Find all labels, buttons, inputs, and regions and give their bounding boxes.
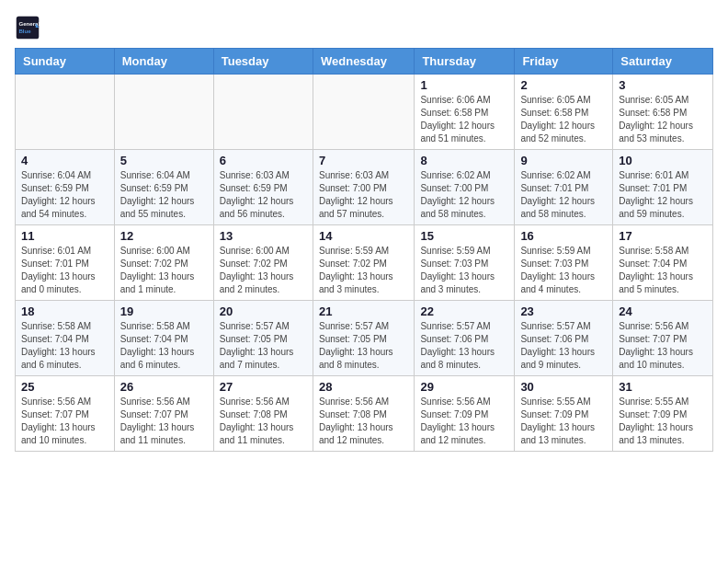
calendar-cell: 22Sunrise: 5:57 AM Sunset: 7:06 PM Dayli… bbox=[415, 301, 515, 376]
weekday-header-saturday: Saturday bbox=[613, 49, 713, 75]
day-info: Sunrise: 6:01 AM Sunset: 7:01 PM Dayligh… bbox=[21, 245, 108, 296]
calendar-cell: 31Sunrise: 5:55 AM Sunset: 7:09 PM Dayli… bbox=[613, 376, 713, 452]
day-info: Sunrise: 5:57 AM Sunset: 7:05 PM Dayligh… bbox=[319, 320, 408, 372]
day-number: 25 bbox=[21, 380, 108, 394]
calendar-header-row: SundayMondayTuesdayWednesdayThursdayFrid… bbox=[16, 49, 713, 75]
day-number: 21 bbox=[319, 304, 408, 318]
calendar-cell bbox=[16, 75, 115, 150]
calendar-cell: 29Sunrise: 5:56 AM Sunset: 7:09 PM Dayli… bbox=[415, 376, 515, 452]
calendar-cell: 26Sunrise: 5:56 AM Sunset: 7:07 PM Dayli… bbox=[114, 376, 213, 452]
day-number: 22 bbox=[420, 304, 508, 318]
day-info: Sunrise: 5:59 AM Sunset: 7:03 PM Dayligh… bbox=[420, 245, 508, 296]
day-info: Sunrise: 6:02 AM Sunset: 7:00 PM Dayligh… bbox=[420, 169, 508, 221]
weekday-header-monday: Monday bbox=[114, 49, 213, 75]
day-number: 28 bbox=[319, 380, 408, 394]
calendar-cell: 12Sunrise: 6:00 AM Sunset: 7:02 PM Dayli… bbox=[114, 225, 213, 301]
calendar-cell: 13Sunrise: 6:00 AM Sunset: 7:02 PM Dayli… bbox=[213, 225, 313, 301]
calendar-cell: 17Sunrise: 5:58 AM Sunset: 7:04 PM Dayli… bbox=[613, 225, 713, 301]
calendar-cell: 20Sunrise: 5:57 AM Sunset: 7:05 PM Dayli… bbox=[213, 301, 313, 376]
weekday-header-tuesday: Tuesday bbox=[213, 49, 313, 75]
day-info: Sunrise: 5:58 AM Sunset: 7:04 PM Dayligh… bbox=[21, 320, 108, 372]
day-info: Sunrise: 5:57 AM Sunset: 7:06 PM Dayligh… bbox=[420, 320, 508, 372]
day-info: Sunrise: 5:55 AM Sunset: 7:09 PM Dayligh… bbox=[619, 396, 707, 447]
day-number: 12 bbox=[120, 229, 208, 243]
calendar-cell bbox=[213, 75, 313, 150]
day-info: Sunrise: 5:59 AM Sunset: 7:02 PM Dayligh… bbox=[319, 245, 408, 296]
day-info: Sunrise: 5:58 AM Sunset: 7:04 PM Dayligh… bbox=[619, 245, 707, 296]
logo: General Blue bbox=[15, 15, 44, 40]
calendar-cell: 7Sunrise: 6:03 AM Sunset: 7:00 PM Daylig… bbox=[313, 150, 414, 225]
weekday-header-wednesday: Wednesday bbox=[313, 49, 414, 75]
calendar-week-1: 1Sunrise: 6:06 AM Sunset: 6:58 PM Daylig… bbox=[16, 75, 713, 150]
day-info: Sunrise: 6:06 AM Sunset: 6:58 PM Dayligh… bbox=[420, 94, 508, 145]
calendar-week-4: 18Sunrise: 5:58 AM Sunset: 7:04 PM Dayli… bbox=[16, 301, 713, 376]
calendar-cell: 28Sunrise: 5:56 AM Sunset: 7:08 PM Dayli… bbox=[313, 376, 414, 452]
day-info: Sunrise: 6:05 AM Sunset: 6:58 PM Dayligh… bbox=[619, 94, 707, 145]
day-info: Sunrise: 6:03 AM Sunset: 6:59 PM Dayligh… bbox=[220, 169, 307, 221]
day-info: Sunrise: 6:02 AM Sunset: 7:01 PM Dayligh… bbox=[520, 169, 607, 221]
calendar-cell: 18Sunrise: 5:58 AM Sunset: 7:04 PM Dayli… bbox=[16, 301, 115, 376]
calendar-cell: 9Sunrise: 6:02 AM Sunset: 7:01 PM Daylig… bbox=[515, 150, 613, 225]
day-info: Sunrise: 6:00 AM Sunset: 7:02 PM Dayligh… bbox=[120, 245, 208, 296]
calendar-cell: 24Sunrise: 5:56 AM Sunset: 7:07 PM Dayli… bbox=[613, 301, 713, 376]
calendar-table: SundayMondayTuesdayWednesdayThursdayFrid… bbox=[15, 48, 713, 452]
day-number: 16 bbox=[520, 229, 607, 243]
day-info: Sunrise: 5:56 AM Sunset: 7:09 PM Dayligh… bbox=[420, 396, 508, 447]
day-number: 26 bbox=[120, 380, 208, 394]
day-info: Sunrise: 6:04 AM Sunset: 6:59 PM Dayligh… bbox=[21, 169, 108, 221]
calendar-cell: 25Sunrise: 5:56 AM Sunset: 7:07 PM Dayli… bbox=[16, 376, 115, 452]
calendar-cell: 5Sunrise: 6:04 AM Sunset: 6:59 PM Daylig… bbox=[114, 150, 213, 225]
day-number: 27 bbox=[220, 380, 307, 394]
day-number: 7 bbox=[319, 154, 408, 167]
svg-text:Blue: Blue bbox=[18, 28, 31, 34]
day-number: 11 bbox=[21, 229, 108, 243]
day-number: 8 bbox=[420, 154, 508, 167]
day-number: 29 bbox=[420, 380, 508, 394]
day-number: 14 bbox=[319, 229, 408, 243]
calendar-cell: 19Sunrise: 5:58 AM Sunset: 7:04 PM Dayli… bbox=[114, 301, 213, 376]
day-number: 20 bbox=[220, 304, 307, 318]
day-number: 5 bbox=[120, 154, 208, 167]
day-info: Sunrise: 6:01 AM Sunset: 7:01 PM Dayligh… bbox=[619, 169, 707, 221]
day-number: 3 bbox=[619, 78, 707, 92]
day-number: 4 bbox=[21, 154, 108, 167]
day-number: 18 bbox=[21, 304, 108, 318]
calendar-cell: 4Sunrise: 6:04 AM Sunset: 6:59 PM Daylig… bbox=[16, 150, 115, 225]
calendar-cell: 23Sunrise: 5:57 AM Sunset: 7:06 PM Dayli… bbox=[515, 301, 613, 376]
calendar-cell: 8Sunrise: 6:02 AM Sunset: 7:00 PM Daylig… bbox=[415, 150, 515, 225]
calendar-cell: 3Sunrise: 6:05 AM Sunset: 6:58 PM Daylig… bbox=[613, 75, 713, 150]
calendar-cell: 10Sunrise: 6:01 AM Sunset: 7:01 PM Dayli… bbox=[613, 150, 713, 225]
day-number: 2 bbox=[520, 78, 607, 92]
page-header: General Blue bbox=[15, 15, 713, 40]
calendar-cell: 2Sunrise: 6:05 AM Sunset: 6:58 PM Daylig… bbox=[515, 75, 613, 150]
calendar-cell: 11Sunrise: 6:01 AM Sunset: 7:01 PM Dayli… bbox=[16, 225, 115, 301]
calendar-cell: 6Sunrise: 6:03 AM Sunset: 6:59 PM Daylig… bbox=[213, 150, 313, 225]
day-info: Sunrise: 5:56 AM Sunset: 7:08 PM Dayligh… bbox=[319, 396, 408, 447]
day-number: 15 bbox=[420, 229, 508, 243]
day-info: Sunrise: 6:00 AM Sunset: 7:02 PM Dayligh… bbox=[220, 245, 307, 296]
day-number: 6 bbox=[220, 154, 307, 167]
day-info: Sunrise: 5:56 AM Sunset: 7:07 PM Dayligh… bbox=[619, 320, 707, 372]
day-number: 1 bbox=[420, 78, 508, 92]
calendar-cell: 16Sunrise: 5:59 AM Sunset: 7:03 PM Dayli… bbox=[515, 225, 613, 301]
day-info: Sunrise: 6:03 AM Sunset: 7:00 PM Dayligh… bbox=[319, 169, 408, 221]
calendar-week-3: 11Sunrise: 6:01 AM Sunset: 7:01 PM Dayli… bbox=[16, 225, 713, 301]
day-info: Sunrise: 5:57 AM Sunset: 7:06 PM Dayligh… bbox=[520, 320, 607, 372]
day-number: 31 bbox=[619, 380, 707, 394]
day-info: Sunrise: 6:04 AM Sunset: 6:59 PM Dayligh… bbox=[120, 169, 208, 221]
weekday-header-thursday: Thursday bbox=[415, 49, 515, 75]
calendar-week-5: 25Sunrise: 5:56 AM Sunset: 7:07 PM Dayli… bbox=[16, 376, 713, 452]
calendar-cell bbox=[114, 75, 213, 150]
day-info: Sunrise: 5:59 AM Sunset: 7:03 PM Dayligh… bbox=[520, 245, 607, 296]
day-info: Sunrise: 5:58 AM Sunset: 7:04 PM Dayligh… bbox=[120, 320, 208, 372]
calendar-cell: 15Sunrise: 5:59 AM Sunset: 7:03 PM Dayli… bbox=[415, 225, 515, 301]
day-info: Sunrise: 5:56 AM Sunset: 7:07 PM Dayligh… bbox=[21, 396, 108, 447]
weekday-header-friday: Friday bbox=[515, 49, 613, 75]
calendar-cell bbox=[313, 75, 414, 150]
day-info: Sunrise: 5:57 AM Sunset: 7:05 PM Dayligh… bbox=[220, 320, 307, 372]
day-info: Sunrise: 5:56 AM Sunset: 7:08 PM Dayligh… bbox=[220, 396, 307, 447]
day-number: 10 bbox=[619, 154, 707, 167]
calendar-week-2: 4Sunrise: 6:04 AM Sunset: 6:59 PM Daylig… bbox=[16, 150, 713, 225]
calendar-cell: 1Sunrise: 6:06 AM Sunset: 6:58 PM Daylig… bbox=[415, 75, 515, 150]
day-number: 23 bbox=[520, 304, 607, 318]
